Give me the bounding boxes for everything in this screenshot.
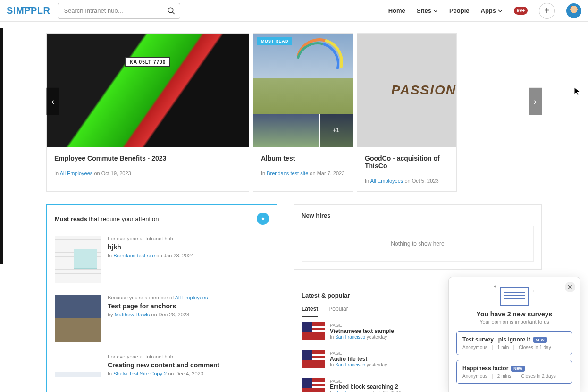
survey-closes: Closes in 1 day: [519, 345, 551, 350]
new-badge: NEW: [511, 366, 525, 372]
close-button[interactable]: ✕: [565, 282, 575, 292]
carousel-card-album[interactable]: MUST READ +1 Album test In Brendans test…: [253, 33, 353, 192]
latest-meta: In San Francisco yesterday: [330, 334, 394, 340]
latest-type: PAGE: [330, 379, 401, 383]
mustread-thumb: [55, 354, 101, 392]
card-site-link[interactable]: All Employees: [60, 170, 93, 176]
survey-closes: Closes in 2 days: [521, 374, 555, 379]
card-title: Album test: [261, 154, 345, 162]
mustread-thumb: [55, 236, 101, 283]
featured-carousel: ‹ › KA 05LT 7700 Employee Commute Benefi…: [46, 33, 542, 192]
nav-apps[interactable]: Apps: [481, 7, 503, 14]
card-meta-prefix: In: [261, 170, 267, 176]
search-input[interactable]: [58, 3, 180, 19]
card-site-link[interactable]: Brendans test site: [267, 170, 308, 176]
survey-name: Test survey | pls ignore it: [462, 336, 530, 343]
latest-meta: In San Francisco on Feb 12, 2024: [330, 390, 401, 392]
mustread-meta: In Brendans test site on Jan 23, 2024: [108, 253, 269, 258]
card-body: GoodCo - acquisition of ThisCo In All Em…: [357, 147, 456, 191]
mustread-title: Test page for anchors: [108, 302, 269, 310]
carousel-next-button[interactable]: ›: [529, 88, 542, 115]
card-image: KA 05LT 7700: [47, 34, 249, 147]
meta-link[interactable]: Shalvi Test Site Copy 2: [113, 371, 167, 376]
user-avatar[interactable]: [566, 3, 581, 18]
mustread-context: For everyone at Intranet hub: [108, 354, 269, 359]
nav-home[interactable]: Home: [388, 7, 405, 14]
nav-apps-label: Apps: [481, 7, 496, 14]
card-meta-suffix: on Oct 19, 2023: [92, 170, 131, 176]
panel-title: New hires: [302, 212, 534, 219]
latest-type: PAGE: [330, 351, 387, 356]
survey-card[interactable]: Happiness factor NEW Anonymous 2 mins Cl…: [456, 360, 572, 384]
chevron-down-icon: [433, 9, 438, 13]
chevron-down-icon: [498, 9, 503, 13]
svg-line-1: [173, 12, 175, 14]
latest-thumb: [302, 350, 325, 368]
survey-duration: 2 mins: [497, 374, 516, 379]
card-title: GoodCo - acquisition of ThisCo: [365, 154, 449, 170]
notification-badge[interactable]: 99+: [514, 7, 528, 15]
latest-link[interactable]: San Francisco: [335, 362, 365, 367]
survey-toaster: ✕ + + · You have 2 new surveys Your opin…: [448, 277, 580, 392]
mustreads-badge-icon[interactable]: ✦: [257, 213, 269, 225]
album-thumb: [286, 114, 319, 147]
survey-name: Happiness factor: [462, 365, 508, 372]
main-nav: Home Sites People Apps 99+ +: [388, 3, 581, 19]
mustread-context: Because you're a member of All Employees: [108, 295, 269, 300]
card-meta: In All Employees on Oct 5, 2023: [365, 178, 449, 184]
add-button[interactable]: +: [539, 3, 555, 19]
nav-people[interactable]: People: [449, 7, 470, 14]
survey-card[interactable]: Test survey | pls ignore it NEW Anonymou…: [456, 331, 572, 355]
latest-title: Audio file test: [330, 356, 387, 362]
toaster-subtitle: Your opinion is important to us: [456, 319, 572, 324]
mustread-context: For everyone at Intranet hub: [108, 236, 269, 241]
card-meta-prefix: In: [365, 178, 370, 184]
card-image: MUST READ +1: [253, 34, 353, 147]
card-site-link[interactable]: All Employees: [370, 178, 403, 184]
mustread-title: hjkh: [108, 243, 269, 251]
mustread-meta: In Shalvi Test Site Copy 2 on Dec 4, 202…: [108, 371, 269, 376]
latest-thumb: [302, 322, 325, 340]
mustread-item[interactable]: For everyone at Intranet hub hjkh In Bre…: [55, 230, 269, 289]
meta-link[interactable]: Brendans test site: [113, 253, 155, 258]
mustread-title: Creating new content and comment: [108, 361, 269, 369]
top-header: SIMPPLR Home Sites People Apps 99+ +: [0, 0, 588, 22]
carousel-prev-button[interactable]: ‹: [46, 88, 59, 115]
mustreads-panel: Must reads that require your attention ✦…: [46, 204, 277, 392]
survey-meta: Anonymous 1 min Closes in 1 day: [462, 345, 566, 350]
mustread-meta: by Matthew Rawls on Dec 28, 2023: [108, 312, 269, 317]
mustread-item[interactable]: Because you're a member of All Employees…: [55, 289, 269, 348]
tab-popular[interactable]: Popular: [328, 306, 348, 317]
context-link[interactable]: All Employees: [175, 295, 208, 300]
app-logo[interactable]: SIMPPLR: [7, 5, 50, 16]
mustread-tag: MUST READ: [257, 37, 292, 45]
latest-link[interactable]: San Francisco: [335, 334, 365, 340]
latest-link[interactable]: San Francisco: [335, 390, 365, 392]
album-thumb-more[interactable]: +1: [320, 114, 353, 147]
survey-duration: 1 min: [497, 345, 514, 350]
svg-point-0: [168, 8, 174, 13]
passion-text: PASSION: [391, 83, 456, 98]
search-icon[interactable]: [167, 7, 176, 15]
nav-sites[interactable]: Sites: [417, 7, 438, 14]
card-meta-prefix: In: [54, 170, 60, 176]
mouse-cursor-icon: [574, 87, 580, 96]
latest-meta: In San Francisco yesterday: [330, 362, 387, 367]
album-thumb: [253, 114, 286, 147]
survey-meta: Anonymous 2 mins Closes in 2 days: [462, 374, 566, 379]
carousel-card-commute[interactable]: KA 05LT 7700 Employee Commute Benefits -…: [46, 33, 249, 192]
latest-title: Embed block searching 2: [330, 383, 401, 390]
newhires-panel: New hires Nothing to show here: [294, 204, 542, 270]
tab-latest[interactable]: Latest: [302, 306, 318, 317]
mustread-item[interactable]: For everyone at Intranet hub Creating ne…: [55, 348, 269, 392]
card-meta-suffix: on Oct 5, 2023: [403, 178, 438, 184]
meta-link[interactable]: Matthew Rawls: [115, 312, 150, 317]
search-container: [58, 3, 180, 19]
card-meta: In Brendans test site on Mar 7, 2023: [261, 170, 345, 176]
card-body: Album test In Brendans test site on Mar …: [253, 147, 353, 184]
toaster-title: You have 2 new surveys: [456, 310, 572, 318]
card-meta: In All Employees on Oct 19, 2023: [54, 170, 241, 176]
card-meta-suffix: on Mar 7, 2023: [308, 170, 344, 176]
carousel-card-goodco[interactable]: PASSION GoodCo - acquisition of ThisCo I…: [357, 33, 457, 192]
window-edge: [0, 28, 3, 264]
